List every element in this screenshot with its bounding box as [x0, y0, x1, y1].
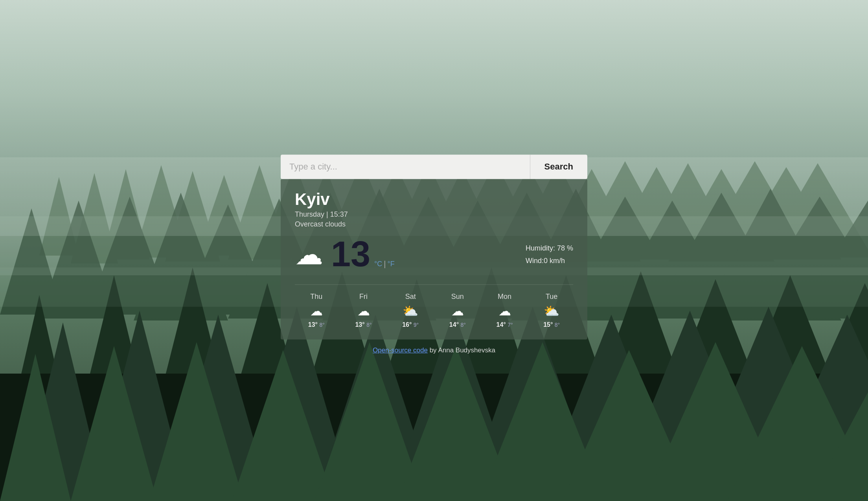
forecast-day-temps: 14° 7° [497, 321, 513, 328]
forecast-day-temps: 16° 9° [402, 321, 419, 328]
search-input[interactable] [281, 155, 530, 179]
forecast-day-label: Tue [546, 293, 557, 301]
forecast-day-icon: ☁ [498, 305, 511, 317]
temperature-block: 13 °C | °F [331, 236, 395, 273]
forecast-day-icon: ☁ [451, 305, 464, 317]
wind-label: Wind:0 km/h [526, 254, 573, 267]
forecast-day-temps: 13° 8° [355, 321, 371, 328]
app-container: Search Kyiv Thursday | 15:37 Overcast cl… [281, 155, 587, 354]
forecast-day: Sat ⛅ 16° 9° [389, 293, 432, 328]
weather-card: Kyiv Thursday | 15:37 Overcast clouds ☁ … [281, 179, 587, 339]
forecast-day: Fri ☁ 13° 8° [342, 293, 385, 328]
forecast-day-temps: 15° 8° [543, 321, 560, 328]
current-weather-row: ☁ 13 °C | °F Humidity: 78 % Wind:0 km/h [295, 236, 573, 273]
search-row: Search [281, 155, 587, 179]
current-weather-icon: ☁ [295, 240, 323, 269]
fahrenheit-link[interactable]: °F [388, 260, 395, 268]
forecast-day: Tue ⛅ 15° 8° [530, 293, 573, 328]
humidity-label: Humidity: 78 % [526, 242, 573, 254]
forecast-day-label: Sun [451, 293, 464, 301]
forecast-day: Thu ☁ 13° 8° [295, 293, 338, 328]
footer-author: by Anna Budyshevska [428, 346, 495, 354]
forecast-day-icon: ☁ [357, 305, 370, 317]
forecast-row: Thu ☁ 13° 8° Fri ☁ 13° 8° Sat ⛅ 16° 9° S… [295, 284, 573, 328]
forecast-day-temps: 13° 8° [308, 321, 325, 328]
forecast-day: Mon ☁ 14° 7° [483, 293, 526, 328]
city-name: Kyiv [295, 190, 573, 209]
forecast-day-label: Mon [498, 293, 511, 301]
search-button[interactable]: Search [530, 155, 587, 179]
temperature-units: °C | °F [374, 260, 395, 269]
forecast-day-icon: ☁ [310, 305, 323, 317]
weather-details: Humidity: 78 % Wind:0 km/h [526, 242, 573, 267]
forecast-day-label: Sat [405, 293, 416, 301]
unit-separator: | [384, 260, 386, 269]
forecast-day-temps: 14° 8° [449, 321, 466, 328]
forecast-day-label: Thu [310, 293, 322, 301]
forecast-day: Sun ☁ 14° 8° [436, 293, 479, 328]
temperature-value: 13 [331, 236, 370, 272]
weather-description: Overcast clouds [295, 220, 573, 228]
celsius-link[interactable]: °C [374, 260, 382, 268]
forecast-day-icon: ⛅ [403, 305, 418, 317]
open-source-link[interactable]: Open-source code [373, 346, 428, 354]
date-time: Thursday | 15:37 [295, 210, 573, 219]
footer: Open-source code by Anna Budyshevska [281, 346, 587, 354]
forecast-day-label: Fri [359, 293, 368, 301]
forecast-day-icon: ⛅ [544, 305, 559, 317]
